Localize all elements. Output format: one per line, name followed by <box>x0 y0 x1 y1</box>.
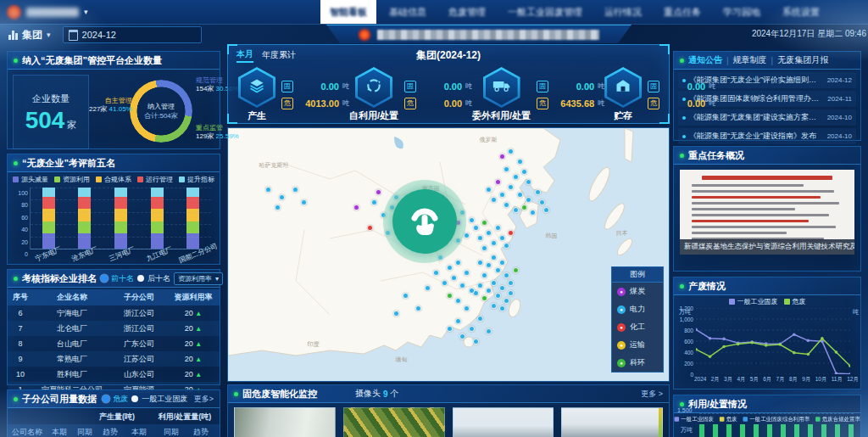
map-marker[interactable] <box>469 288 475 294</box>
china-map[interactable]: 俄罗斯蒙古国哈萨克斯坦日本韩国印度缅甸 图例 ●煤炭●电力●化工●运输●科环 <box>227 127 670 382</box>
nav-item[interactable]: 系统设置 <box>773 0 829 24</box>
camera-thumbnail-3[interactable] <box>453 407 554 437</box>
map-marker[interactable] <box>499 305 505 311</box>
map-marker[interactable] <box>447 293 453 299</box>
date-picker[interactable]: 2024-12 <box>63 26 202 43</box>
map-marker[interactable] <box>469 326 475 332</box>
camera-thumbnail-4[interactable] <box>561 407 663 437</box>
legend-item[interactable]: 提升指标 <box>179 175 214 184</box>
map-marker[interactable] <box>451 275 457 281</box>
map-marker[interactable] <box>539 199 545 205</box>
radio-general[interactable] <box>131 395 138 402</box>
map-marker[interactable] <box>464 233 470 238</box>
radio-bottom10-label[interactable]: 后十名 <box>147 273 170 284</box>
map-marker[interactable] <box>279 194 285 200</box>
map-marker[interactable] <box>513 207 519 213</box>
nav-item[interactable]: 基础信息 <box>380 0 436 24</box>
table-row[interactable]: 6宁海电厂浙江公司20 ▲ <box>8 305 220 321</box>
tab-month[interactable]: 本月 <box>236 48 253 63</box>
nav-item[interactable]: 智能看板 <box>320 0 376 24</box>
more-link[interactable]: 更多> <box>194 394 214 405</box>
map-marker[interactable] <box>469 217 475 223</box>
notice-item[interactable]: 《能源集团“无废企业”建设指南》发布2024-10 <box>678 128 856 144</box>
map-marker[interactable] <box>508 230 514 236</box>
radio-top10[interactable] <box>101 275 108 282</box>
camera-thumbnail-2[interactable] <box>343 407 445 437</box>
radio-general-label[interactable]: 一般工业固废 <box>142 394 187 405</box>
tab-notices[interactable]: 通知公告 <box>688 54 722 66</box>
map-marker[interactable] <box>517 192 523 198</box>
stacked-bar[interactable] <box>186 188 199 249</box>
map-marker[interactable] <box>425 285 431 291</box>
map-legend-item[interactable]: ●科环 <box>612 354 663 372</box>
map-marker[interactable] <box>491 303 497 309</box>
nav-item[interactable]: 一般工业固废管理 <box>498 0 592 24</box>
map-marker[interactable] <box>495 179 501 185</box>
legend-item[interactable]: 资源利用 <box>54 175 90 184</box>
map-marker[interactable] <box>447 265 453 271</box>
more-link[interactable]: 更多 > <box>641 389 663 400</box>
map-marker[interactable] <box>521 169 527 175</box>
table-row[interactable]: 7北仑电厂浙江公司20 ▲ <box>8 321 220 336</box>
map-marker[interactable] <box>371 199 377 205</box>
stacked-bar[interactable] <box>42 188 55 249</box>
map-marker[interactable] <box>447 326 453 332</box>
map-marker[interactable] <box>477 235 483 241</box>
org-selector[interactable]: 集团 ▾ <box>8 28 51 42</box>
tab-monthly-report[interactable]: 无废集团月报 <box>777 54 828 66</box>
nav-item[interactable]: 危废管理 <box>439 0 495 24</box>
map-marker[interactable] <box>543 207 549 213</box>
map-marker[interactable] <box>491 197 497 203</box>
map-marker[interactable] <box>455 318 461 324</box>
radio-top10-label[interactable]: 前十名 <box>111 273 134 284</box>
tab-regulations[interactable]: 规章制度 <box>733 54 767 66</box>
map-marker[interactable] <box>473 225 479 231</box>
stacked-bar[interactable] <box>114 188 127 249</box>
map-marker[interactable] <box>459 333 465 339</box>
map-marker[interactable] <box>481 220 487 226</box>
legend-item[interactable]: 合规体系 <box>96 175 131 184</box>
map-marker[interactable] <box>526 197 531 203</box>
legend-item[interactable]: 危废 <box>719 415 737 423</box>
map-marker[interactable] <box>477 316 483 322</box>
task-document-image[interactable]: 新疆煤炭基地生态保护与资源综合利用关键技术研究及示范 <box>680 170 854 255</box>
map-marker[interactable] <box>292 187 298 193</box>
map-marker[interactable] <box>499 192 505 198</box>
map-marker[interactable] <box>495 225 501 231</box>
legend-item[interactable]: 运行管理 <box>137 175 173 184</box>
stacked-bar[interactable] <box>151 188 164 249</box>
radio-hazardous-label[interactable]: 危废 <box>113 394 128 405</box>
legend-item[interactable]: 源头减量 <box>13 175 48 184</box>
stacked-bar[interactable] <box>78 188 91 249</box>
legend-item[interactable]: 一般工业固废 <box>729 297 778 306</box>
legend-item[interactable]: 一般工业固废综合利用率 <box>743 415 810 423</box>
nav-item[interactable]: 运行情况 <box>595 0 651 24</box>
map-marker[interactable] <box>367 225 373 231</box>
map-marker[interactable] <box>517 159 523 165</box>
radio-hazardous[interactable] <box>103 395 109 402</box>
map-marker[interactable] <box>473 339 479 345</box>
map-marker[interactable] <box>403 293 409 299</box>
map-marker[interactable] <box>455 298 461 304</box>
legend-item[interactable]: 危废 <box>784 297 806 306</box>
map-marker[interactable] <box>513 267 519 273</box>
legend-item[interactable]: 一般工业固废 <box>674 415 714 423</box>
map-marker[interactable] <box>504 243 509 249</box>
nav-item[interactable]: 学习园地 <box>714 0 770 24</box>
camera-thumbnail-1[interactable] <box>234 407 336 437</box>
map-marker[interactable] <box>499 235 505 241</box>
map-legend-item[interactable]: ●运输 <box>612 336 663 354</box>
map-marker[interactable] <box>504 202 509 208</box>
map-marker[interactable] <box>513 174 519 180</box>
map-marker[interactable] <box>275 204 281 210</box>
table-row[interactable]: 10胜利电厂山东公司20 ▲ <box>8 367 220 382</box>
map-marker[interactable] <box>481 245 487 251</box>
touch-overlay-button[interactable] <box>383 180 466 263</box>
map-marker[interactable] <box>495 293 501 299</box>
map-marker[interactable] <box>521 204 527 210</box>
map-marker[interactable] <box>491 240 497 246</box>
map-marker[interactable] <box>491 280 497 286</box>
tab-year-total[interactable]: 年度累计 <box>262 49 296 61</box>
map-legend-item[interactable]: ●化工 <box>612 318 663 336</box>
table-row[interactable]: 9常熟电厂江苏公司20 ▲ <box>8 351 220 367</box>
